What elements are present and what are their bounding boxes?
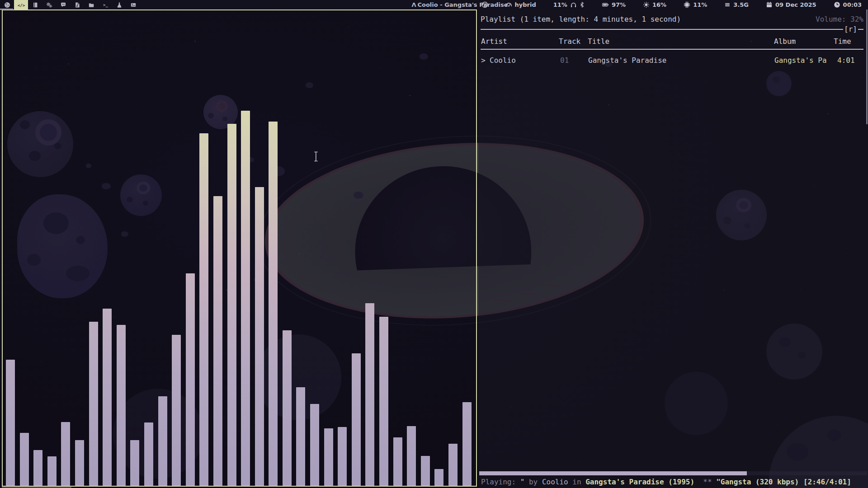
seek-bar[interactable] (479, 471, 867, 475)
bluetooth-icon (580, 1, 585, 8)
visualizer-bar (158, 396, 167, 486)
visualizer-bar (379, 317, 388, 486)
power-profile-indicator: hybrid (505, 1, 536, 8)
visualizer-bar (103, 309, 112, 486)
visualizer-bar (130, 440, 139, 486)
signal-bars-icon (724, 1, 731, 8)
visualizer-bar (33, 450, 42, 486)
focused-tab-underline (0, 9, 13, 10)
tray-recorder-icon[interactable] (481, 1, 488, 8)
track-row[interactable]: > Coolio 01 Gangsta's Paradise Gangsta's… (481, 56, 863, 65)
visualizer-bar (75, 440, 84, 486)
visualizer-bar (227, 124, 236, 486)
cell-time: 4:01 (837, 56, 855, 65)
visualizer-bar (61, 422, 70, 486)
separator-headers (481, 49, 863, 50)
visualizer-bar (393, 437, 402, 486)
visualizer-bar (47, 456, 57, 486)
visualizer-bar (144, 422, 153, 486)
player-indicator-icon: Λ (411, 1, 416, 8)
cell-artist: Coolio (490, 56, 516, 65)
brightness-indicator: 16% (643, 1, 666, 8)
column-header-time[interactable]: Time (834, 37, 851, 46)
status-cluster: hybrid 11% 97% 16% 11% 3.5G 09 Dec 2025 (481, 0, 862, 9)
visualizer-window (2, 9, 477, 487)
visualizer-bar (172, 335, 181, 486)
workspace-icon-chat[interactable] (56, 0, 70, 9)
visualizer-bar (20, 433, 29, 486)
workspace-icon-folder[interactable] (84, 0, 98, 9)
taskbar: </> >_ Λ Coolio - Gangsta's Paradise (0, 0, 868, 9)
visualizer-bar (117, 325, 126, 486)
clock-indicator: 00:03 (834, 1, 862, 8)
visualizer-bar (324, 428, 333, 486)
workspace-icon-image[interactable] (126, 0, 140, 9)
now-playing-marker: > (481, 56, 486, 65)
headphones-icon (570, 1, 577, 8)
volume-indicator: 11% (553, 1, 585, 8)
brightness-icon (643, 1, 650, 8)
visualizer-bar (213, 196, 222, 486)
visualizer-bar (269, 122, 278, 486)
network-indicator: 3.5G (724, 1, 749, 8)
cpu-icon (684, 1, 690, 8)
workspace-icon-book[interactable] (28, 0, 42, 9)
column-header-album[interactable]: Album (774, 37, 796, 46)
visualizer-bar (365, 303, 374, 486)
visualizer-bar (6, 360, 15, 486)
cell-title: Gangsta's Paradise (588, 56, 666, 65)
playlist-window: Playlist (1 item, length: 4 minutes, 1 s… (478, 9, 868, 488)
workspace-icon-moon[interactable] (0, 0, 14, 9)
now-playing-statusline: Playing: " by Coolio in Gangsta's Paradi… (479, 478, 867, 486)
visualizer-bar (448, 444, 458, 486)
playlist-header: Playlist (1 item, length: 4 minutes, 1 s… (481, 15, 681, 23)
visualizer-bar (89, 322, 98, 486)
column-header-title[interactable]: Title (588, 37, 609, 46)
workspace-strip: </> >_ (0, 0, 140, 9)
playlist-column-headers: Artist Track Title Album Time (481, 37, 863, 46)
visualizer-bar (434, 469, 443, 486)
workspace-icon-flask[interactable] (112, 0, 126, 9)
visualizer-bar (296, 387, 305, 486)
visualizer-bar (241, 111, 250, 486)
visualizer-bar (186, 273, 195, 486)
visualizer-bar (338, 427, 347, 486)
cpu-indicator: 11% (684, 1, 707, 8)
visualizer-bar (283, 330, 292, 486)
cell-track-number: 01 (560, 56, 569, 65)
seek-bar-fill (479, 471, 747, 475)
workspace-icon-code[interactable]: </> (14, 0, 28, 9)
text-cursor (313, 151, 319, 164)
clock-icon (834, 1, 840, 8)
battery-indicator: 97% (602, 1, 626, 8)
gauge-icon (505, 1, 512, 8)
battery-icon (602, 1, 609, 8)
workspace-icon-music-file[interactable] (70, 0, 84, 9)
visualizer-bar (407, 426, 416, 486)
workspace-icon-gears[interactable] (42, 0, 56, 9)
column-header-artist[interactable]: Artist (481, 37, 507, 46)
svg-text:</>: </> (18, 3, 25, 7)
visualizer-bar (310, 404, 319, 486)
repeat-mode-indicator: [r] (843, 26, 858, 33)
svg-text:>_: >_ (103, 3, 108, 7)
column-header-track[interactable]: Track (559, 37, 580, 46)
scrollbar-thumb[interactable] (866, 9, 868, 124)
calendar-icon (766, 1, 773, 8)
workspace-icon-terminal[interactable]: >_ (98, 0, 112, 9)
visualizer-bar (352, 353, 361, 486)
visualizer-bar (255, 187, 264, 486)
visualizer-bars (3, 10, 476, 486)
visualizer-bar (462, 402, 472, 486)
separator-top: [r] (481, 26, 863, 33)
visualizer-bar (199, 133, 208, 486)
date-indicator: 09 Dec 2025 (766, 1, 816, 8)
cell-album: Gangsta's Pa (774, 56, 827, 65)
visualizer-bar (421, 456, 430, 486)
volume-readout: Volume: 32% (816, 15, 863, 23)
